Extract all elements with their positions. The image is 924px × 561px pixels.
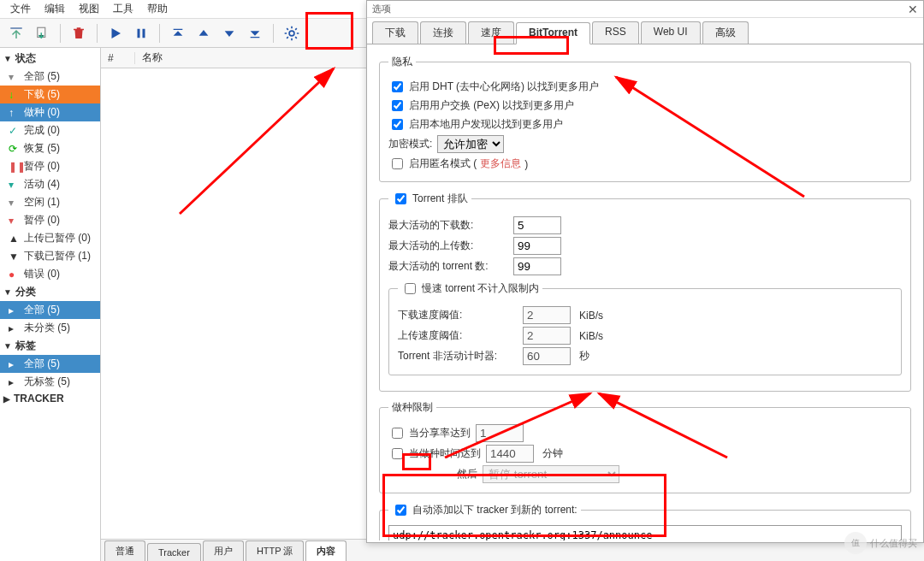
sidebar-item-seeding[interactable]: ↑做种 (0) (0, 103, 100, 121)
dht-checkbox[interactable] (392, 81, 403, 92)
tab-content[interactable]: 内容 (305, 540, 346, 561)
max-dl-input[interactable] (513, 216, 561, 234)
folder-icon: ▸ (9, 322, 21, 334)
sidebar-item-download-stalled[interactable]: ▼下载已暂停 (1) (0, 247, 100, 265)
col-name[interactable]: 名称 (135, 50, 163, 65)
tab-connection[interactable]: 连接 (420, 21, 466, 44)
sidebar-status-header[interactable]: ▼状态 (0, 50, 100, 68)
tab-http[interactable]: HTTP 源 (246, 540, 305, 561)
pex-checkbox[interactable] (392, 100, 403, 111)
dialog-tabs: 下载 连接 速度 BitTorrent RSS Web UI 高级 (367, 18, 923, 44)
tag-icon: ▸ (9, 358, 21, 370)
tab-tracker[interactable]: Tracker (147, 543, 201, 561)
settings-button[interactable] (281, 22, 303, 44)
col-number[interactable]: # (101, 52, 135, 64)
time-input[interactable] (486, 445, 534, 463)
sidebar-item-idle[interactable]: ▾空闲 (1) (0, 193, 100, 211)
slow-fieldset: 慢速 torrent 不计入限制内 下载速度阈值:KiB/s 上传速度阈值:Ki… (388, 280, 902, 375)
kibs-unit: KiB/s (579, 330, 603, 342)
sidebar-cat-all[interactable]: ▸全部 (5) (0, 301, 100, 319)
min-unit: 分钟 (542, 446, 563, 461)
sidebar-tag-header[interactable]: ▼标签 (0, 337, 100, 355)
menu-edit[interactable]: 编辑 (38, 0, 72, 18)
caret-down-icon: ▼ (3, 341, 12, 351)
timer-input[interactable] (523, 347, 571, 365)
queue-legend: Torrent 排队 (388, 191, 471, 207)
sidebar-item-all[interactable]: ▾全部 (5) (0, 68, 100, 86)
then-select[interactable]: 暂停 torrent (483, 465, 619, 483)
sidebar-item-paused2[interactable]: ▾暂停 (0) (0, 211, 100, 229)
add-link-button[interactable] (31, 22, 53, 44)
encmode-select[interactable]: 允许加密 (437, 135, 504, 153)
lpd-label: 启用本地用户发现以找到更多用户 (409, 117, 563, 132)
sidebar: ▼状态 ▾全部 (5) ↓下载 (5) ↑做种 (0) ✓完成 (0) ⟳恢复 … (0, 48, 101, 561)
sidebar-item-errored[interactable]: ●错误 (0) (0, 265, 100, 283)
tab-peers[interactable]: 用户 (203, 540, 244, 561)
add-torrent-button[interactable] (5, 22, 27, 44)
filter-icon: ▾ (9, 197, 21, 209)
watermark: 值 什么值得买 (844, 532, 917, 554)
move-bottom-button[interactable] (244, 22, 266, 44)
menu-file[interactable]: 文件 (3, 0, 38, 18)
menu-tools[interactable]: 工具 (106, 0, 140, 18)
queue-enable-checkbox[interactable] (395, 193, 406, 204)
dl-th-input[interactable] (523, 306, 571, 324)
tab-webui[interactable]: Web UI (641, 21, 701, 44)
check-icon: ✓ (9, 125, 21, 137)
folder-icon: ▸ (9, 304, 21, 316)
sidebar-cat-none[interactable]: ▸未分类 (5) (0, 319, 100, 337)
trackers-fieldset: 自动添加以下 tracker 到新的 torrent: udp://tracke… (379, 502, 911, 540)
then-label: 然后 (457, 467, 477, 481)
ratio-input[interactable] (476, 424, 524, 442)
max-up-label: 最大活动的上传数: (388, 239, 508, 253)
menu-help[interactable]: 帮助 (140, 0, 175, 18)
menu-view[interactable]: 视图 (72, 0, 106, 18)
up-th-input[interactable] (523, 327, 571, 345)
move-top-button[interactable] (167, 22, 189, 44)
pause-button[interactable] (130, 22, 152, 44)
error-icon: ● (9, 269, 21, 280)
caret-down-icon: ▼ (3, 54, 12, 63)
lpd-checkbox[interactable] (392, 119, 403, 130)
tab-bittorrent[interactable]: BitTorrent (516, 22, 590, 44)
sidebar-item-resumed[interactable]: ⟳恢复 (5) (0, 139, 100, 157)
sidebar-tag-all[interactable]: ▸全部 (5) (0, 355, 100, 373)
tab-downloads[interactable]: 下载 (372, 21, 418, 44)
caret-right-icon: ▶ (3, 394, 10, 404)
start-button[interactable] (104, 22, 127, 44)
watermark-badge-icon: 值 (844, 532, 867, 554)
move-up-button[interactable] (192, 22, 215, 44)
tab-general[interactable]: 普通 (104, 540, 145, 561)
filter-icon: ▾ (9, 215, 21, 227)
sidebar-category-header[interactable]: ▼分类 (0, 283, 100, 301)
anon-more-link[interactable]: 更多信息 (480, 156, 521, 171)
trackers-enable-checkbox[interactable] (395, 505, 406, 516)
resume-icon: ⟳ (9, 143, 21, 155)
tab-rss[interactable]: RSS (592, 21, 639, 44)
sidebar-item-upload-stalled[interactable]: ▲上传已暂停 (0) (0, 229, 100, 247)
pex-label: 启用用户交换 (PeX) 以找到更多用户 (409, 98, 574, 113)
sidebar-item-downloading[interactable]: ↓下载 (5) (0, 86, 100, 103)
max-up-input[interactable] (513, 237, 561, 255)
trackers-textarea[interactable]: udp://tracker.opentrackr.org:1337/announ… (388, 525, 902, 540)
tab-speed[interactable]: 速度 (468, 21, 514, 44)
move-down-button[interactable] (218, 22, 240, 44)
delete-button[interactable] (68, 22, 90, 44)
max-tr-label: 最大活动的 torrent 数: (388, 259, 508, 274)
max-tr-input[interactable] (513, 257, 561, 275)
sidebar-item-paused[interactable]: ❚❚暂停 (0) (0, 157, 100, 175)
filter-icon: ▾ (9, 179, 21, 191)
tab-advanced[interactable]: 高级 (702, 21, 749, 44)
anon-checkbox[interactable] (392, 158, 403, 169)
ratio-checkbox[interactable] (392, 428, 403, 439)
sidebar-item-active[interactable]: ▾活动 (4) (0, 175, 100, 193)
sidebar-tracker-header[interactable]: ▶TRACKER (0, 391, 100, 406)
time-checkbox[interactable] (392, 448, 403, 459)
slow-enable-checkbox[interactable] (405, 283, 416, 294)
dl-th-label: 下载速度阈值: (398, 308, 518, 322)
dialog-title: 选项 (367, 1, 923, 18)
close-icon[interactable]: ✕ (908, 3, 918, 16)
sidebar-tag-none[interactable]: ▸无标签 (5) (0, 373, 100, 391)
sidebar-item-completed[interactable]: ✓完成 (0) (0, 121, 100, 139)
kibs-unit: KiB/s (579, 310, 603, 322)
